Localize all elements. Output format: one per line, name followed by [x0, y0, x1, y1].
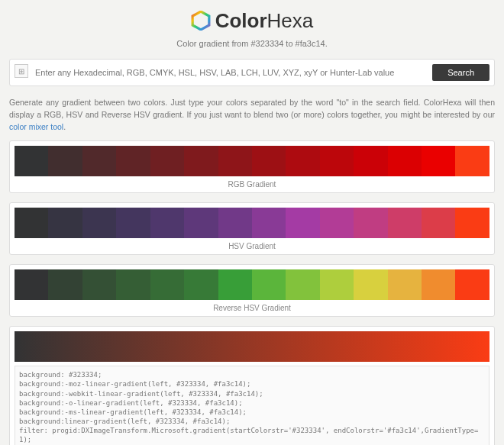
swatch[interactable] — [15, 146, 48, 176]
swatch[interactable] — [455, 269, 489, 300]
swatch[interactable] — [82, 208, 116, 238]
swatch[interactable] — [422, 146, 455, 176]
css-code-box[interactable]: background: #323334; background:-moz-lin… — [15, 366, 489, 445]
intro-text: Generate any gradient between two colors… — [9, 97, 495, 133]
swatch[interactable] — [218, 146, 252, 176]
hsv-swatches — [15, 208, 489, 238]
swatch[interactable] — [48, 269, 82, 300]
swatch[interactable] — [184, 269, 218, 300]
swatch[interactable] — [455, 146, 489, 176]
swatch[interactable] — [354, 208, 387, 238]
linear-gradient-preview — [15, 331, 489, 362]
rgb-swatches — [15, 146, 489, 176]
swatch[interactable] — [150, 208, 184, 238]
swatch[interactable] — [48, 208, 82, 238]
hsv-label: HSV Gradient — [15, 238, 489, 251]
reverse-hsv-gradient-panel: Reverse HSV Gradient — [9, 264, 495, 317]
logo-text: ColorHexa — [215, 9, 314, 33]
swatch[interactable] — [388, 146, 422, 176]
swatch[interactable] — [286, 146, 319, 176]
swatch[interactable] — [184, 146, 218, 176]
swatch[interactable] — [320, 208, 354, 238]
swatch[interactable] — [422, 269, 455, 300]
svg-marker-0 — [192, 11, 209, 30]
swatch[interactable] — [116, 269, 150, 300]
swatch[interactable] — [252, 208, 286, 238]
swatch[interactable] — [82, 269, 116, 300]
swatch[interactable] — [252, 146, 286, 176]
swatch[interactable] — [286, 269, 319, 300]
swatch[interactable] — [422, 208, 455, 238]
rgb-label: RGB Gradient — [15, 176, 489, 189]
swatch[interactable] — [354, 146, 387, 176]
rgb-gradient-panel: RGB Gradient — [9, 140, 495, 193]
swatch[interactable] — [184, 208, 218, 238]
linear-gradient-panel: background: #323334; background:-moz-lin… — [9, 326, 495, 445]
header: ColorHexa Color gradient from #323334 to… — [0, 9, 504, 48]
swatch[interactable] — [150, 146, 184, 176]
swatch[interactable] — [116, 146, 150, 176]
swatch[interactable] — [218, 269, 252, 300]
swatch[interactable] — [455, 208, 489, 238]
swatch[interactable] — [388, 208, 422, 238]
swatch[interactable] — [82, 146, 116, 176]
swatch[interactable] — [320, 269, 354, 300]
search-icon: ⊞ — [15, 64, 28, 78]
rhsv-swatches — [15, 269, 489, 300]
search-bar: ⊞ Search — [9, 59, 495, 86]
swatch[interactable] — [286, 208, 319, 238]
rhsv-label: Reverse HSV Gradient — [15, 300, 489, 313]
swatch[interactable] — [354, 269, 387, 300]
search-button[interactable]: Search — [432, 64, 489, 81]
swatch[interactable] — [388, 269, 422, 300]
swatch[interactable] — [116, 208, 150, 238]
logo-icon — [191, 11, 211, 32]
swatch[interactable] — [48, 146, 82, 176]
swatch[interactable] — [252, 269, 286, 300]
swatch[interactable] — [218, 208, 252, 238]
hsv-gradient-panel: HSV Gradient — [9, 202, 495, 255]
search-input[interactable] — [33, 64, 428, 81]
swatch[interactable] — [15, 269, 48, 300]
swatch[interactable] — [15, 208, 48, 238]
page-subtitle: Color gradient from #323334 to #fa3c14. — [0, 39, 504, 48]
swatch[interactable] — [320, 146, 354, 176]
color-mixer-link[interactable]: color mixer tool — [9, 122, 63, 131]
swatch[interactable] — [150, 269, 184, 300]
